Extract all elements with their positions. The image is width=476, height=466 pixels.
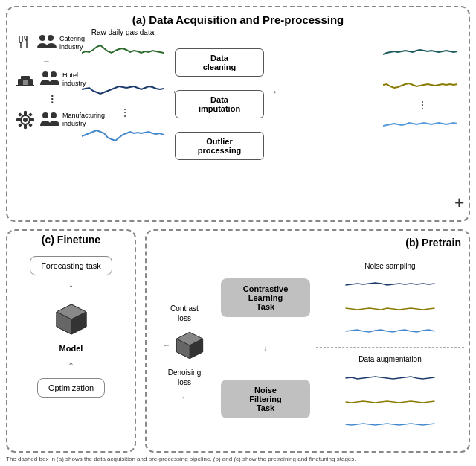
svg-point-5 — [39, 35, 45, 41]
industry-hotel: Hotel industry — [15, 70, 78, 89]
catering-label: Catering industry — [60, 35, 85, 51]
model-label-finetune: Model — [60, 344, 83, 353]
wave3-raw — [82, 121, 164, 145]
wave-dots: ⋮ — [82, 106, 167, 118]
svg-rect-18 — [30, 118, 34, 121]
finetune-label: (c) Finetune — [7, 231, 135, 249]
industry-manufacturing: Manufacturingindustry — [15, 109, 78, 130]
pretrain-layout: Contrastloss ← Denoisingloss ← Contrasti… — [147, 252, 469, 445]
pretrain-middle-col: ContrastiveLearningTask ↓ NoiseFiltering… — [221, 255, 310, 442]
data-cleaning-box: Datacleaning — [175, 48, 264, 77]
arrow-to-output: → — [268, 86, 278, 98]
dots: ⋮ — [26, 93, 78, 105]
noise-filtering-box: NoiseFilteringTask — [221, 380, 310, 418]
model-cube-pretrain — [173, 329, 206, 362]
svg-rect-17 — [16, 118, 21, 121]
wave2-out — [383, 73, 457, 95]
svg-rect-19 — [18, 112, 22, 117]
data-augmentation-label: Data augmentation — [316, 355, 464, 363]
industry-catering: Catering industry — [15, 33, 78, 52]
arrow-up-1: ↑ — [68, 281, 74, 295]
svg-rect-15 — [24, 111, 27, 115]
pretrain-wave5 — [316, 391, 464, 409]
arrow-1: → — [15, 57, 78, 66]
catering-people-icon — [36, 33, 57, 50]
svg-point-14 — [23, 118, 28, 122]
wave1-raw — [82, 41, 164, 65]
denoising-arrow: ← — [181, 393, 188, 401]
pretrain-section: (b) Pretrain Contrastloss ← Denoisinglos… — [145, 229, 470, 453]
svg-rect-21 — [18, 123, 22, 127]
processing-column: Datacleaning Dataimputation Outlierproce… — [175, 48, 264, 160]
pretrain-down-arrow: ↓ — [264, 344, 268, 352]
pretrain-right-col: Noise sampling Data augmentation — [313, 255, 464, 433]
svg-rect-10 — [16, 85, 34, 86]
plus-sign: + — [454, 194, 464, 213]
wave2-raw — [82, 77, 164, 101]
industry-column: Catering industry → — [15, 33, 78, 130]
caption: The dashed box in (a) shows the data acq… — [6, 456, 470, 463]
output-dots: ⋮ — [383, 99, 461, 111]
pretrain-label: (b) Pretrain — [405, 234, 461, 252]
optimization-box: Optimization — [37, 378, 105, 398]
svg-point-23 — [42, 112, 48, 118]
raw-data-label: Raw daily gas data — [82, 28, 164, 36]
denoising-loss-label: Denoisingloss — [168, 368, 201, 387]
contrast-loss-label: Contrastloss — [170, 304, 199, 323]
finetune-section: (c) Finetune Forecasting task ↑ Model ↑ … — [6, 229, 136, 453]
svg-point-24 — [51, 112, 57, 118]
outlier-processing-box: Outlierprocessing — [175, 132, 264, 160]
main-title: (a) Data Acquisition and Pre-processing — [7, 7, 469, 29]
pretrain-wave1 — [316, 275, 464, 293]
svg-rect-8 — [21, 76, 30, 80]
manufacturing-people-icon — [39, 111, 60, 127]
separator — [316, 347, 464, 348]
manufacturing-icon — [15, 109, 36, 130]
hotel-people-icon — [39, 70, 60, 86]
pretrain-wave6 — [316, 414, 464, 433]
arrow-up-2: ↑ — [68, 359, 74, 372]
svg-rect-22 — [28, 123, 33, 127]
noise-sampling-label: Noise sampling — [316, 262, 464, 270]
pretrain-wave4 — [316, 368, 464, 386]
svg-point-12 — [51, 71, 57, 77]
contrastive-learning-box: ContrastiveLearningTask — [221, 278, 310, 317]
svg-point-11 — [42, 71, 48, 77]
wave3-out — [383, 112, 457, 135]
model-cube-finetune — [53, 301, 90, 338]
forecasting-task-box: Forecasting task — [30, 256, 112, 275]
hotel-icon — [15, 71, 36, 88]
svg-rect-20 — [28, 112, 33, 117]
raw-waves: ⋮ — [82, 41, 167, 147]
pretrain-left-col: Contrastloss ← Denoisingloss ← — [151, 255, 218, 442]
top-section: (a) Data Acquisition and Pre-processing — [6, 6, 470, 222]
output-waves: ⋮ — [383, 41, 461, 137]
model-arrows: ← — [163, 329, 206, 362]
finetune-content: Forecasting task ↑ Model ↑ Optimization — [7, 249, 135, 405]
pretrain-wave2 — [316, 298, 464, 316]
wave1-out — [383, 41, 457, 63]
pretrain-wave3 — [316, 321, 464, 339]
svg-rect-16 — [24, 124, 27, 129]
svg-point-6 — [48, 35, 54, 41]
data-imputation-box: Dataimputation — [175, 90, 264, 118]
catering-icon — [15, 35, 33, 51]
